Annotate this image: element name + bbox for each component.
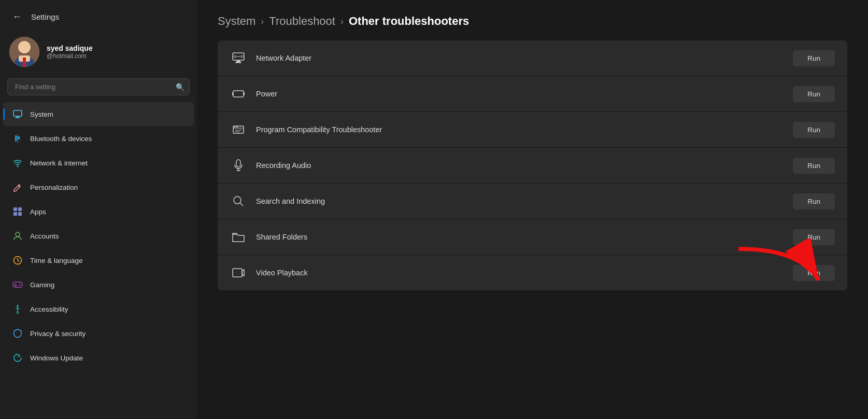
run-btn-network-adapter[interactable]: Run bbox=[793, 50, 835, 66]
svg-point-32 bbox=[237, 127, 238, 128]
svg-rect-23 bbox=[235, 62, 241, 63]
avatar-image bbox=[9, 37, 39, 67]
profile-email: @hotmail.com bbox=[47, 52, 93, 60]
svg-rect-4 bbox=[23, 58, 26, 67]
program-compat-icon bbox=[230, 121, 247, 138]
apps-icon bbox=[12, 206, 23, 217]
personalization-icon bbox=[12, 182, 23, 192]
ts-label-recording-audio: Recording Audio bbox=[256, 161, 784, 170]
sidebar-item-accessibility[interactable]: Accessibility bbox=[3, 297, 194, 321]
run-btn-video-playback[interactable]: Run bbox=[793, 265, 835, 281]
gaming-icon bbox=[12, 280, 23, 290]
svg-rect-14 bbox=[18, 212, 22, 216]
run-btn-program-compat[interactable]: Run bbox=[793, 122, 835, 138]
breadcrumb-current: Other troubleshooters bbox=[349, 15, 469, 28]
svg-rect-12 bbox=[18, 207, 22, 211]
sidebar-item-personalization[interactable]: Personalization bbox=[3, 175, 194, 199]
network-icon bbox=[12, 158, 23, 168]
svg-point-19 bbox=[20, 284, 21, 285]
power-icon bbox=[230, 86, 247, 102]
sidebar-label-accessibility: Accessibility bbox=[30, 305, 68, 313]
sidebar-label-time: Time & language bbox=[30, 257, 83, 264]
accounts-icon bbox=[12, 231, 23, 241]
ts-item-shared-folders: Shared Folders Run bbox=[218, 219, 847, 255]
sidebar-item-update[interactable]: Windows Update bbox=[3, 346, 194, 370]
breadcrumb-sep-1: › bbox=[261, 16, 264, 27]
svg-rect-27 bbox=[232, 92, 233, 95]
run-btn-search-indexing[interactable]: Run bbox=[793, 193, 835, 210]
ts-item-power: Power Run bbox=[218, 76, 847, 112]
sidebar-item-bluetooth[interactable]: Bluetooth & devices bbox=[3, 127, 194, 150]
sidebar-label-bluetooth: Bluetooth & devices bbox=[30, 135, 92, 143]
profile-name: syed sadique bbox=[47, 44, 93, 52]
bluetooth-icon bbox=[12, 133, 23, 144]
time-icon bbox=[12, 255, 23, 266]
recording-audio-icon bbox=[230, 157, 247, 174]
network-adapter-icon bbox=[230, 50, 247, 66]
profile-section: syed sadique @hotmail.com bbox=[0, 30, 197, 74]
svg-rect-7 bbox=[15, 118, 20, 118]
ts-label-power: Power bbox=[256, 90, 784, 98]
svg-rect-33 bbox=[236, 160, 240, 167]
troubleshooter-list: Network Adapter Run Power Run bbox=[218, 40, 847, 290]
sidebar-label-update: Windows Update bbox=[30, 354, 83, 362]
update-icon bbox=[12, 353, 23, 363]
avatar bbox=[9, 37, 39, 67]
search-indexing-icon bbox=[230, 193, 247, 210]
run-btn-shared-folders[interactable]: Run bbox=[793, 229, 835, 245]
sidebar-label-accounts: Accounts bbox=[30, 232, 59, 240]
svg-point-15 bbox=[16, 232, 20, 236]
svg-point-10 bbox=[17, 166, 19, 167]
sidebar: ← Settings syed sadique @hotmail.com bbox=[0, 0, 197, 419]
ts-item-search-indexing: Search and Indexing Run bbox=[218, 184, 847, 219]
sidebar-label-network: Network & internet bbox=[30, 159, 88, 167]
sidebar-item-privacy[interactable]: Privacy & security bbox=[3, 322, 194, 345]
sidebar-nav: System Bluetooth & devices bbox=[0, 102, 197, 370]
svg-point-9 bbox=[17, 142, 18, 143]
search-input[interactable] bbox=[7, 78, 190, 95]
breadcrumb-troubleshoot[interactable]: Troubleshoot bbox=[269, 15, 335, 28]
svg-rect-11 bbox=[13, 207, 17, 211]
system-icon bbox=[12, 109, 23, 119]
svg-point-30 bbox=[234, 127, 235, 128]
video-playback-icon bbox=[230, 264, 247, 281]
sidebar-item-gaming[interactable]: Gaming bbox=[3, 273, 194, 297]
sidebar-label-system: System bbox=[30, 110, 53, 118]
search-box: 🔍 bbox=[7, 78, 190, 95]
ts-item-network-adapter: Network Adapter Run bbox=[218, 40, 847, 76]
ts-label-search-indexing: Search and Indexing bbox=[256, 197, 784, 205]
breadcrumb: System › Troubleshoot › Other troublesho… bbox=[218, 0, 847, 40]
sidebar-item-network[interactable]: Network & internet bbox=[3, 151, 194, 175]
accessibility-icon bbox=[12, 304, 23, 314]
ts-label-video-playback: Video Playback bbox=[256, 269, 784, 277]
ts-label-shared-folders: Shared Folders bbox=[256, 233, 784, 241]
svg-rect-28 bbox=[244, 92, 245, 95]
profile-info: syed sadique @hotmail.com bbox=[47, 44, 93, 60]
shared-folders-icon bbox=[230, 229, 247, 245]
sidebar-item-accounts[interactable]: Accounts bbox=[3, 224, 194, 248]
svg-rect-13 bbox=[13, 212, 17, 216]
privacy-icon bbox=[12, 328, 23, 339]
sidebar-item-system[interactable]: System bbox=[3, 102, 194, 126]
svg-point-8 bbox=[17, 134, 18, 135]
svg-point-1 bbox=[18, 41, 31, 53]
svg-point-34 bbox=[234, 197, 241, 204]
ts-label-network-adapter: Network Adapter bbox=[256, 54, 784, 62]
svg-point-20 bbox=[17, 305, 19, 307]
sidebar-item-time[interactable]: Time & language bbox=[3, 248, 194, 272]
sidebar-label-apps: Apps bbox=[30, 208, 46, 216]
run-btn-power[interactable]: Run bbox=[793, 86, 835, 102]
svg-rect-26 bbox=[233, 91, 244, 97]
search-icon: 🔍 bbox=[176, 83, 184, 91]
run-btn-recording-audio[interactable]: Run bbox=[793, 158, 835, 174]
sidebar-item-apps[interactable]: Apps bbox=[3, 200, 194, 224]
sidebar-header: ← Settings bbox=[0, 0, 197, 30]
breadcrumb-system[interactable]: System bbox=[218, 15, 255, 28]
svg-point-24 bbox=[234, 55, 236, 58]
app-title: Settings bbox=[31, 12, 59, 21]
sidebar-label-privacy: Privacy & security bbox=[30, 330, 86, 338]
main-content: System › Troubleshoot › Other troublesho… bbox=[197, 0, 868, 419]
svg-point-18 bbox=[19, 285, 20, 286]
back-button[interactable]: ← bbox=[8, 9, 26, 24]
ts-item-recording-audio: Recording Audio Run bbox=[218, 148, 847, 184]
